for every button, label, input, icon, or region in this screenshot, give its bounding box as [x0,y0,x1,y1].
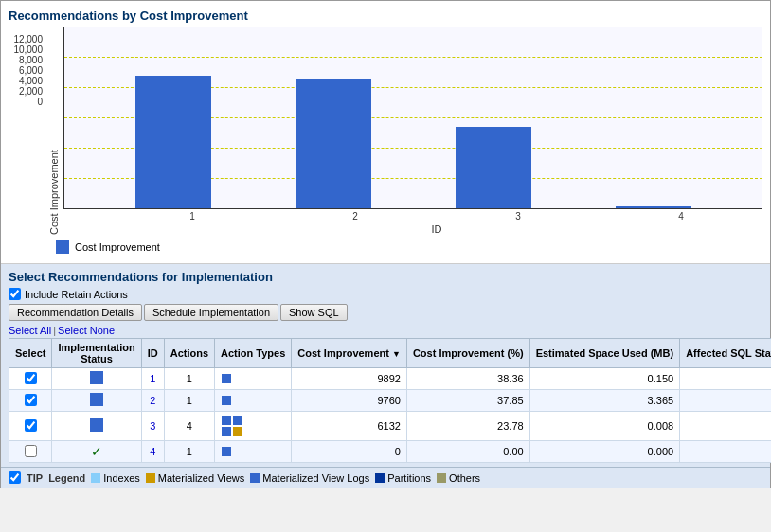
include-retain-label: Include Retain Actions [25,289,128,300]
action-icons-3 [221,415,253,437]
row-checkbox-2[interactable] [25,394,37,406]
rec-title: Select Recommendations for Implementatio… [9,270,762,284]
est-space-1: 0.150 [529,368,679,390]
action-icons-1 [221,373,249,384]
est-space-4: 0.000 [529,441,679,463]
col-affected-sql: Affected SQL Statements [680,339,771,368]
schedule-implementation-button[interactable]: Schedule Implementation [144,304,278,321]
affected-sql-3: 1 [680,412,771,441]
bar-1 [135,76,211,208]
chart-section: Recommendations by Cost Improvement 12,0… [1,1,770,264]
legend-item-mat-view-logs: Materialized View Logs [250,472,369,484]
col-actions: Actions [164,339,214,368]
action-buttons-row: Recommendation Details Schedule Implemen… [9,304,762,321]
impl-status-icon-3 [90,418,103,432]
ci-pct-3: 23.78 [406,412,529,441]
show-sql-button[interactable]: Show SQL [280,304,348,321]
x-axis-labels: 1 2 3 4 [63,209,762,222]
legend-item-partitions: Partitions [375,472,431,484]
select-all-link[interactable]: Select All [9,325,51,336]
chart-legend-label: Cost Improvement [75,241,160,253]
chart-legend: Cost Improvement [9,235,762,256]
chart-legend-color [56,240,69,254]
row-checkbox-4[interactable] [25,445,37,457]
cost-improvement-4: 0 [292,441,407,463]
mat-views-color [146,473,155,483]
impl-status-icon-2 [90,393,103,406]
row-id-link-2[interactable]: 2 [150,395,155,406]
recommendations-section: Select Recommendations for Implementatio… [1,264,770,467]
cost-improvement-3: 6132 [292,412,407,441]
affected-sql-1: 1 [680,368,771,390]
est-space-2: 3.365 [529,390,679,412]
row-id-link-3[interactable]: 3 [150,420,155,432]
mat-view-logs-label: Materialized View Logs [262,472,369,484]
col-id: ID [141,339,164,368]
affected-sql-2: 1 [680,390,771,412]
col-est-space: Estimated Space Used (MB) [529,339,679,368]
table-row: 2 1 9760 37.85 3.365 1 [9,390,772,412]
impl-status-icon-4: ✓ [91,444,102,459]
include-retain-checkbox[interactable] [9,288,21,300]
col-impl-status: ImplementationStatus [52,339,141,368]
legend-item-mat-views: Materialized Views [146,472,245,484]
others-color [437,473,446,483]
est-space-3: 0.008 [529,412,679,441]
legend-item-others: Others [437,472,480,484]
bar-3 [456,127,531,208]
col-action-types: Action Types [215,339,292,368]
indexes-label: Indexes [103,472,140,484]
include-retain-row: Include Retain Actions [9,288,762,300]
partitions-label: Partitions [387,472,431,484]
chart-grid [63,27,762,209]
y-axis-label: Cost Improvement [48,27,60,235]
row-id-link-4[interactable]: 4 [150,446,155,457]
col-cost-improvement: Cost Improvement ▼ [292,339,407,368]
table-row: ✓ 4 1 0 0.00 0.000 1 [9,441,772,463]
chart-inner: 1 2 3 4 ID [63,27,762,235]
tip-checkbox[interactable] [9,471,21,484]
chart-title: Recommendations by Cost Improvement [9,9,762,23]
legend-item-indexes: Indexes [91,472,140,484]
select-none-link[interactable]: Select None [58,325,115,336]
cost-improvement-2: 9760 [292,390,407,412]
y-axis-labels: 12,000 10,000 8,000 6,000 4,000 2,000 0 [9,32,46,107]
bar-2 [296,79,371,208]
row-id-link-1[interactable]: 1 [150,373,155,384]
cost-improvement-1: 9892 [292,368,407,390]
col-ci-pct: Cost Improvement (%) [406,339,529,368]
tip-label: TIP [27,472,43,484]
impl-status-icon-1 [90,371,103,384]
others-label: Others [449,472,480,484]
action-icons-2 [221,395,249,406]
table-row: 1 1 9892 38.36 0.150 1 [9,368,772,390]
bottom-legend-bar: TIP Legend Indexes Materialized Views Ma… [1,467,770,488]
recommendation-details-button[interactable]: Recommendation Details [9,304,142,321]
col-select: Select [9,339,52,368]
indexes-color [91,473,100,483]
ci-pct-2: 37.85 [406,390,529,412]
bar-4 [616,206,691,208]
x-axis-label: ID [63,223,762,235]
mat-view-logs-color [250,473,260,483]
legend-label: Legend [48,472,85,484]
row-checkbox-3[interactable] [25,419,37,432]
ci-pct-4: 0.00 [406,441,529,463]
partitions-color [375,473,385,483]
select-links-row: Select All | Select None [9,325,762,336]
chart-area: 12,000 10,000 8,000 6,000 4,000 2,000 0 … [9,27,762,235]
row-checkbox-1[interactable] [25,372,37,384]
mat-views-label: Materialized Views [158,472,245,484]
ci-pct-1: 38.36 [406,368,529,390]
table-row: 3 4 6132 23.78 0.008 1 [9,412,772,441]
affected-sql-4: 1 [680,441,771,463]
recommendations-table: Select ImplementationStatus ID Actions A… [9,338,771,463]
action-icons-4 [221,446,249,457]
